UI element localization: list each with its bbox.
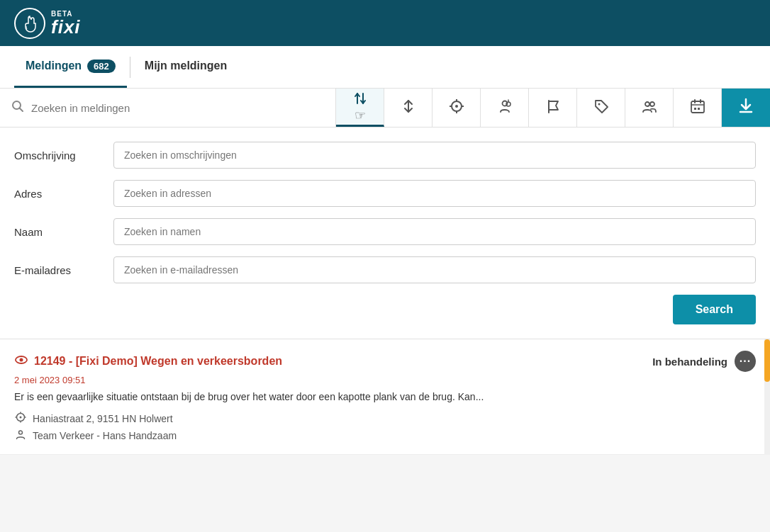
email-label: E-mailadres	[14, 264, 113, 276]
logo-text: BETA fixi	[51, 11, 81, 36]
flag-button[interactable]	[529, 89, 577, 127]
result-meta: Haniastraat 2, 9151 HN Holwert Team Verk…	[14, 412, 756, 443]
adres-label: Adres	[14, 188, 113, 200]
nav-mijn-label: Mijn meldingen	[145, 60, 227, 72]
svg-line-1	[20, 108, 23, 111]
group-icon	[642, 98, 657, 118]
search-area	[0, 89, 336, 127]
eye-icon	[14, 353, 28, 370]
svg-point-24	[20, 358, 23, 361]
sort-button[interactable]	[384, 89, 433, 127]
download-icon	[737, 97, 754, 118]
result-status: In behandeling	[652, 356, 727, 368]
search-button[interactable]: Search	[673, 295, 756, 324]
svg-point-31	[19, 431, 23, 434]
search-icon	[11, 100, 24, 116]
filter-row-naam: Naam	[14, 218, 756, 245]
meldingen-badge: 682	[87, 60, 116, 73]
scrollbar-thumb[interactable]	[764, 339, 770, 382]
nav-divider	[130, 57, 130, 78]
person-pin-icon	[497, 98, 513, 118]
svg-rect-19	[694, 108, 696, 110]
filter-row-email: E-mailadres	[14, 256, 756, 283]
search-input[interactable]	[31, 102, 324, 114]
sort-filter-icon: ☞	[352, 91, 368, 123]
location-icon	[449, 98, 464, 118]
calendar-button[interactable]	[674, 89, 722, 127]
tag-icon	[593, 98, 609, 118]
app-header: BETA fixi	[0, 0, 770, 46]
svg-rect-15	[691, 101, 704, 113]
result-team: Team Verkeer - Hans Handzaam	[33, 430, 177, 441]
sort-icon	[401, 98, 416, 118]
toolbar: ☞	[0, 89, 770, 128]
omschrijving-label: Omschrijving	[14, 149, 113, 162]
results-area: 12149 - [Fixi Demo] Wegen en verkeersbor…	[0, 339, 770, 455]
result-status-group: In behandeling ···	[652, 351, 756, 372]
svg-point-13	[645, 102, 649, 106]
download-button[interactable]	[722, 89, 770, 127]
logo-icon	[14, 8, 45, 39]
logo-area: BETA fixi	[14, 8, 81, 39]
result-address: Haniastraat 2, 9151 HN Holwert	[33, 413, 173, 424]
svg-point-4	[455, 105, 458, 108]
result-date: 2 mei 2023 09:51	[14, 375, 756, 385]
filter-row-omschrijving: Omschrijving	[14, 142, 756, 169]
email-input[interactable]	[113, 256, 756, 283]
result-header: 12149 - [Fixi Demo] Wegen en verkeersbor…	[14, 351, 756, 372]
tag-button[interactable]	[577, 89, 625, 127]
logo-name-label: fixi	[51, 18, 81, 36]
naam-input[interactable]	[113, 218, 756, 245]
result-desc: Er is een gevaarlijke situatie ontstaan …	[14, 390, 756, 404]
address-icon	[14, 412, 27, 426]
search-btn-row: Search	[14, 295, 756, 324]
nav-meldingen[interactable]: Meldingen 682	[14, 46, 127, 88]
svg-point-26	[20, 417, 22, 419]
omschrijving-input[interactable]	[113, 142, 756, 169]
location-button[interactable]	[433, 89, 481, 127]
team-icon	[14, 429, 27, 443]
flag-icon	[545, 98, 561, 118]
result-title-group: 12149 - [Fixi Demo] Wegen en verkeersbor…	[14, 353, 282, 370]
result-team-item: Team Verkeer - Hans Handzaam	[14, 429, 756, 443]
filter-panel: Omschrijving Adres Naam E-mailadres Sear…	[0, 128, 770, 339]
scrollbar-track[interactable]	[764, 339, 770, 455]
svg-point-14	[650, 102, 654, 106]
svg-point-12	[598, 103, 600, 105]
result-more-button[interactable]: ···	[735, 351, 756, 372]
result-card: 12149 - [Fixi Demo] Wegen en verkeersbor…	[0, 339, 770, 455]
result-address-item: Haniastraat 2, 9151 HN Holwert	[14, 412, 756, 426]
nav-meldingen-label: Meldingen	[26, 60, 82, 72]
person-pin-button[interactable]	[481, 89, 529, 127]
nav-mijn-meldingen[interactable]: Mijn meldingen	[133, 46, 238, 88]
naam-label: Naam	[14, 226, 113, 238]
filter-row-adres: Adres	[14, 180, 756, 207]
nav-bar: Meldingen 682 Mijn meldingen	[0, 46, 770, 89]
sort-filter-button[interactable]: ☞	[336, 89, 384, 127]
group-button[interactable]	[625, 89, 674, 127]
svg-rect-20	[698, 108, 700, 110]
adres-input[interactable]	[113, 180, 756, 207]
calendar-icon	[690, 98, 705, 118]
result-title[interactable]: 12149 - [Fixi Demo] Wegen en verkeersbor…	[34, 355, 282, 368]
